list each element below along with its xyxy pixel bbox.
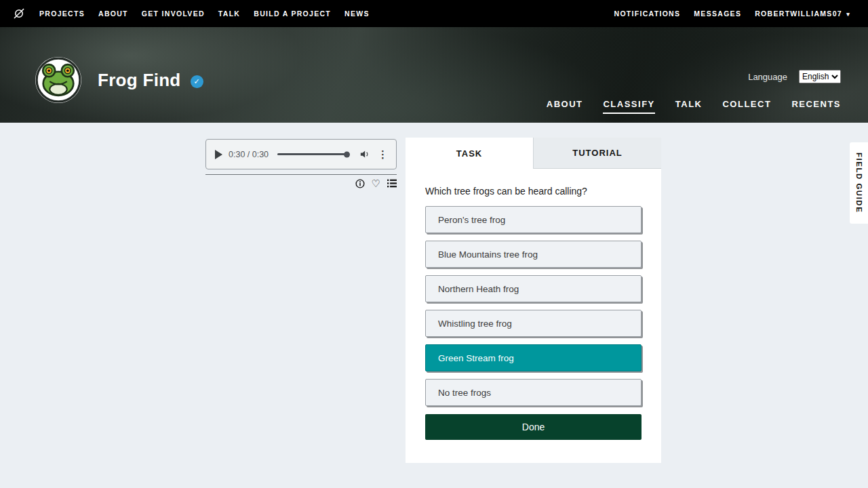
task-question: Which tree frogs can be heard calling? xyxy=(425,186,642,197)
subject-info-icon[interactable] xyxy=(355,179,365,188)
answer-option[interactable]: Peron's tree frog xyxy=(425,206,642,233)
project-title-row: Frog Find ✓ xyxy=(98,70,203,91)
project-brand: Frog Find ✓ xyxy=(35,57,203,103)
username: ROBERTWILLIAMS07 xyxy=(755,9,842,18)
project-nav-classify[interactable]: CLASSIFY xyxy=(603,99,654,114)
tab-tutorial[interactable]: TUTORIAL xyxy=(533,138,661,169)
play-button[interactable] xyxy=(214,150,222,159)
project-nav-collect[interactable]: COLLECT xyxy=(722,99,771,114)
answer-option[interactable]: Blue Mountains tree frog xyxy=(425,241,642,268)
answer-option[interactable]: No tree frogs xyxy=(425,379,642,406)
language-select[interactable]: English xyxy=(799,70,841,83)
topbar-link-about[interactable]: ABOUT xyxy=(92,9,135,18)
topbar-link-talk[interactable]: TALK xyxy=(212,9,247,18)
project-header: Frog Find ✓ Language English ABOUT CLASS… xyxy=(0,27,868,123)
topbar-link-build-a-project[interactable]: BUILD A PROJECT xyxy=(247,9,338,18)
project-nav: ABOUT CLASSIFY TALK COLLECT RECENTS xyxy=(547,99,841,114)
chevron-down-icon: ▾ xyxy=(846,11,850,18)
topbar-right: NOTIFICATIONS MESSAGES ROBERTWILLIAMS07 … xyxy=(608,9,857,18)
subject-toolbar: ♡ xyxy=(205,175,397,188)
audio-progress-knob[interactable] xyxy=(344,151,350,157)
language-row: Language English xyxy=(748,70,841,83)
notifications-link[interactable]: NOTIFICATIONS xyxy=(608,9,688,18)
language-label: Language xyxy=(748,72,787,82)
topbar-left: PROJECTS ABOUT GET INVOLVED TALK BUILD A… xyxy=(11,7,376,20)
task-body: Which tree frogs can be heard calling? P… xyxy=(406,186,661,440)
project-avatar[interactable] xyxy=(35,57,81,103)
subject-viewer: 0:30 / 0:30 ⋮ ♡ xyxy=(205,139,397,188)
topbar-link-news[interactable]: NEWS xyxy=(338,9,376,18)
audio-menu-icon[interactable]: ⋮ xyxy=(376,149,389,159)
user-menu[interactable]: ROBERTWILLIAMS07 ▾ xyxy=(748,9,857,18)
answer-option[interactable]: Green Stream frog xyxy=(425,344,642,371)
favorite-heart-icon[interactable]: ♡ xyxy=(372,178,380,188)
audio-time: 0:30 / 0:30 xyxy=(229,150,269,159)
approved-check-icon: ✓ xyxy=(191,75,203,88)
task-tabs: TASK TUTORIAL xyxy=(406,138,661,169)
collection-list-icon[interactable] xyxy=(387,179,397,188)
zooniverse-logo-icon[interactable] xyxy=(12,7,26,20)
audio-player: 0:30 / 0:30 ⋮ xyxy=(205,139,397,169)
tab-task[interactable]: TASK xyxy=(406,138,533,169)
done-button[interactable]: Done xyxy=(425,414,642,440)
messages-link[interactable]: MESSAGES xyxy=(687,9,748,18)
topbar-link-get-involved[interactable]: GET INVOLVED xyxy=(135,9,212,18)
project-title: Frog Find xyxy=(98,70,181,91)
answer-option[interactable]: Whistling tree frog xyxy=(425,310,642,337)
project-nav-recents[interactable]: RECENTS xyxy=(791,99,841,114)
volume-icon[interactable] xyxy=(359,148,370,160)
project-nav-about[interactable]: ABOUT xyxy=(547,99,583,114)
audio-progress-bar[interactable] xyxy=(277,153,349,155)
field-guide-tab[interactable]: FIELD GUIDE xyxy=(850,142,868,224)
topbar-link-projects[interactable]: PROJECTS xyxy=(33,9,92,18)
task-panel: TASK TUTORIAL Which tree frogs can be he… xyxy=(406,138,661,463)
project-nav-talk[interactable]: TALK xyxy=(675,99,703,114)
answer-option[interactable]: Northern Heath frog xyxy=(425,275,642,302)
screen: PROJECTS ABOUT GET INVOLVED TALK BUILD A… xyxy=(0,0,868,488)
zooniverse-topbar: PROJECTS ABOUT GET INVOLVED TALK BUILD A… xyxy=(0,0,868,27)
